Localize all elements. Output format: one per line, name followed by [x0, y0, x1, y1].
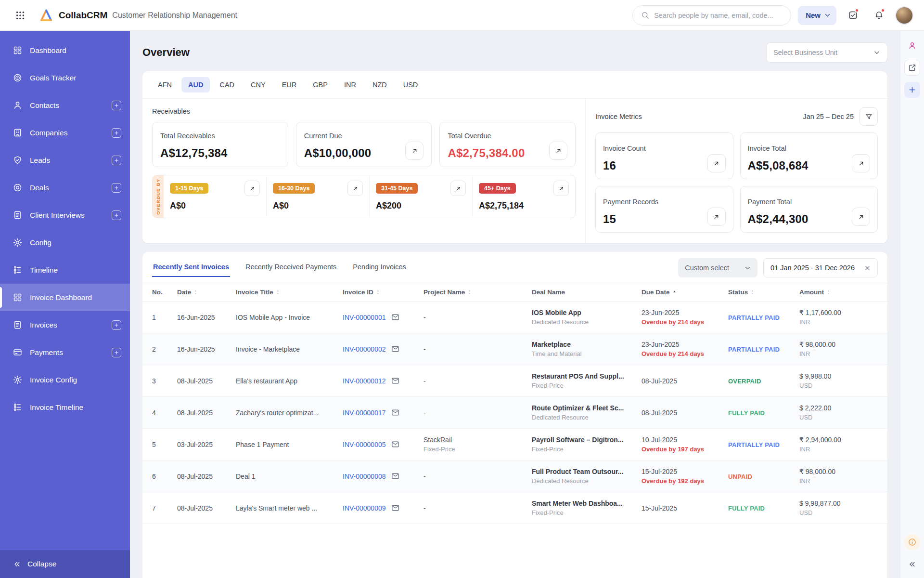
- column-header-date[interactable]: Date: [171, 283, 230, 302]
- metric-card-invoice-total: Invoice TotalA$5,08,684: [740, 132, 878, 179]
- open-payment-total-button[interactable]: [852, 208, 870, 226]
- sort-icon[interactable]: [375, 289, 381, 295]
- search-input[interactable]: [654, 12, 783, 19]
- send-email-icon[interactable]: [391, 472, 400, 481]
- disc-icon: [13, 183, 23, 193]
- invoice-id-link[interactable]: INV-00000012: [343, 377, 386, 385]
- arrow-up-right-icon: [712, 159, 720, 168]
- add-leads-button[interactable]: [112, 156, 121, 165]
- apps-grid-button[interactable]: [11, 6, 30, 25]
- invoice-id-link[interactable]: INV-00000008: [343, 473, 386, 480]
- sidebar-item-leads[interactable]: Leads: [0, 146, 130, 174]
- rail-add-button[interactable]: [904, 82, 920, 98]
- send-email-icon[interactable]: [391, 344, 400, 354]
- open-aging-45-days-button[interactable]: [553, 181, 569, 196]
- invoice-id-link[interactable]: INV-00000005: [343, 441, 386, 448]
- user-avatar[interactable]: [895, 6, 913, 25]
- add-companies-button[interactable]: [112, 128, 121, 138]
- add-deals-button[interactable]: [112, 183, 121, 193]
- column-header-invoice-id[interactable]: Invoice ID: [337, 283, 418, 302]
- send-email-icon[interactable]: [391, 440, 400, 449]
- column-header-project-name[interactable]: Project Name: [418, 283, 526, 302]
- send-email-icon[interactable]: [391, 503, 400, 512]
- send-email-icon[interactable]: [391, 408, 400, 417]
- send-email-icon[interactable]: [391, 376, 400, 385]
- metric-label: Invoice Count: [603, 144, 646, 152]
- help-button[interactable]: [904, 534, 920, 550]
- metric-label: Payment Records: [603, 198, 658, 206]
- invoice-id-link[interactable]: INV-00000001: [343, 314, 386, 321]
- topbar: CollabCRM Customer Relationship Manageme…: [0, 0, 924, 31]
- sidebar-item-goals-tracker[interactable]: Goals Tracker: [0, 64, 130, 92]
- sort-icon[interactable]: [749, 289, 756, 295]
- currency-tab-eur[interactable]: EUR: [275, 77, 304, 92]
- new-button[interactable]: New: [798, 6, 836, 25]
- notifications-button[interactable]: [869, 6, 888, 25]
- column-header-due-date[interactable]: Due Date: [636, 283, 722, 302]
- business-unit-select[interactable]: Select Business Unit: [766, 42, 887, 63]
- column-header-amount[interactable]: Amount: [794, 283, 887, 302]
- add-client-interviews-button[interactable]: [112, 210, 121, 220]
- sidebar-item-invoice-dashboard[interactable]: Invoice Dashboard: [0, 284, 130, 311]
- sidebar-item-timeline[interactable]: Timeline: [0, 256, 130, 284]
- add-invoices-button[interactable]: [112, 320, 121, 330]
- currency-tab-cad[interactable]: CAD: [213, 77, 241, 92]
- sort-icon[interactable]: [275, 289, 281, 295]
- open-total-overdue-button[interactable]: [549, 142, 567, 160]
- sidebar-item-invoice-config[interactable]: Invoice Config: [0, 366, 130, 394]
- sort-asc-icon[interactable]: [671, 289, 678, 295]
- sidebar-item-companies[interactable]: Companies: [0, 119, 130, 146]
- tab-recently-sent-invoices[interactable]: Recently Sent Invoices: [152, 259, 230, 277]
- column-header-status[interactable]: Status: [722, 283, 794, 302]
- open-external-button[interactable]: [904, 60, 920, 76]
- cell-date: 03-Jul-2025: [171, 429, 230, 460]
- tab-recently-received-payments[interactable]: Recently Received Payments: [244, 259, 337, 277]
- custom-select-dropdown[interactable]: Custom select: [678, 258, 757, 277]
- sidebar-collapse-button[interactable]: Collapse: [0, 550, 130, 578]
- cell-no: 6: [142, 460, 171, 492]
- tab-pending-invoices[interactable]: Pending Invoices: [352, 259, 407, 277]
- open-aging-31-45-days-button[interactable]: [450, 181, 466, 196]
- metrics-filter-button[interactable]: [860, 107, 878, 126]
- rail-collapse-button[interactable]: [904, 556, 920, 572]
- currency-tab-afn[interactable]: AFN: [151, 77, 179, 92]
- open-current-due-button[interactable]: [405, 142, 424, 160]
- open-invoice-total-button[interactable]: [852, 154, 870, 172]
- sidebar-item-invoices[interactable]: Invoices: [0, 311, 130, 339]
- open-invoice-count-button[interactable]: [707, 154, 726, 172]
- sidebar-item-dashboard[interactable]: Dashboard: [0, 37, 130, 64]
- sort-icon[interactable]: [825, 289, 832, 295]
- sidebar-item-config[interactable]: Config: [0, 229, 130, 256]
- invoice-id-link[interactable]: INV-00000009: [343, 504, 386, 512]
- currency-tab-cny[interactable]: CNY: [244, 77, 272, 92]
- open-aging-16-30-days-button[interactable]: [347, 181, 363, 196]
- assistant-button[interactable]: [904, 38, 920, 53]
- column-header-invoice-title[interactable]: Invoice Title: [230, 283, 337, 302]
- add-contacts-button[interactable]: [112, 101, 121, 110]
- sort-icon[interactable]: [192, 289, 199, 295]
- overdue-by-rail: OVERDUE BY: [153, 175, 163, 218]
- currency-tab-nzd[interactable]: NZD: [366, 77, 394, 92]
- sidebar-item-invoice-timeline[interactable]: Invoice Timeline: [0, 394, 130, 421]
- open-payment-records-button[interactable]: [707, 208, 726, 226]
- sort-icon[interactable]: [466, 289, 473, 295]
- currency-tab-aud[interactable]: AUD: [181, 77, 210, 92]
- invoice-id-link[interactable]: INV-00000017: [343, 409, 386, 417]
- invoice-id-link[interactable]: INV-00000002: [343, 345, 386, 353]
- sidebar-item-client-interviews[interactable]: Client Interviews: [0, 201, 130, 229]
- clear-date-range-icon[interactable]: [863, 264, 872, 272]
- stat-label: Current Due: [304, 132, 372, 140]
- add-payments-button[interactable]: [112, 348, 121, 357]
- sidebar-item-contacts[interactable]: Contacts: [0, 92, 130, 119]
- currency-tab-gbp[interactable]: GBP: [306, 77, 334, 92]
- sidebar-item-payments[interactable]: Payments: [0, 339, 130, 366]
- column-label: Invoice ID: [343, 289, 373, 296]
- currency-tab-inr[interactable]: INR: [337, 77, 363, 92]
- date-range-filter[interactable]: 01 Jan 2025 - 31 Dec 2026: [763, 258, 878, 277]
- currency-tab-usd[interactable]: USD: [397, 77, 425, 92]
- sidebar-item-deals[interactable]: Deals: [0, 174, 130, 201]
- tasks-button[interactable]: [843, 6, 862, 25]
- send-email-icon[interactable]: [391, 313, 400, 322]
- open-aging-1-15-days-button[interactable]: [244, 181, 260, 196]
- arrow-up-right-icon: [857, 213, 865, 221]
